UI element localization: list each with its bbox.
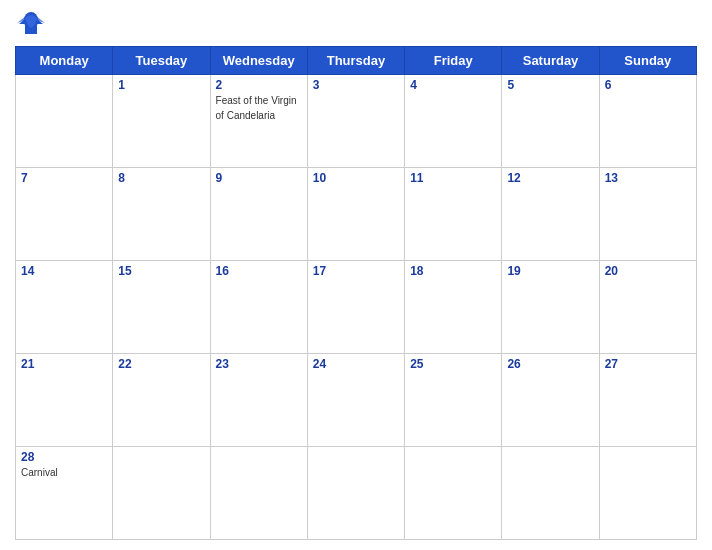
calendar-cell: 22	[113, 354, 210, 447]
calendar-cell: 21	[16, 354, 113, 447]
day-number: 21	[21, 357, 107, 371]
page-header	[15, 10, 697, 38]
calendar-cell: 28Carnival	[16, 447, 113, 540]
calendar-week: 21222324252627	[16, 354, 697, 447]
calendar-cell	[113, 447, 210, 540]
calendar-cell: 19	[502, 261, 599, 354]
day-number: 14	[21, 264, 107, 278]
day-number: 26	[507, 357, 593, 371]
calendar-cell: 13	[599, 168, 696, 261]
calendar-cell: 2Feast of the Virginof Candelaria	[210, 75, 307, 168]
calendar-cell: 9	[210, 168, 307, 261]
calendar-week: 78910111213	[16, 168, 697, 261]
calendar-cell	[502, 447, 599, 540]
calendar-cell: 4	[405, 75, 502, 168]
day-number: 10	[313, 171, 399, 185]
day-number: 13	[605, 171, 691, 185]
calendar-cell: 11	[405, 168, 502, 261]
day-number: 6	[605, 78, 691, 92]
weekday-header: Sunday	[599, 47, 696, 75]
calendar-cell: 18	[405, 261, 502, 354]
day-number: 22	[118, 357, 204, 371]
calendar-cell	[599, 447, 696, 540]
day-number: 18	[410, 264, 496, 278]
day-number: 8	[118, 171, 204, 185]
calendar-cell: 10	[307, 168, 404, 261]
day-number: 1	[118, 78, 204, 92]
calendar-cell: 6	[599, 75, 696, 168]
day-number: 25	[410, 357, 496, 371]
event-text: Carnival	[21, 466, 107, 479]
day-number: 5	[507, 78, 593, 92]
calendar-cell: 24	[307, 354, 404, 447]
weekday-header: Monday	[16, 47, 113, 75]
calendar-header: MondayTuesdayWednesdayThursdayFridaySatu…	[16, 47, 697, 75]
calendar-cell	[210, 447, 307, 540]
calendar-week: 14151617181920	[16, 261, 697, 354]
day-number: 2	[216, 78, 302, 92]
day-number: 7	[21, 171, 107, 185]
calendar-cell	[405, 447, 502, 540]
calendar-cell	[16, 75, 113, 168]
day-number: 17	[313, 264, 399, 278]
day-number: 20	[605, 264, 691, 278]
day-number: 9	[216, 171, 302, 185]
day-number: 16	[216, 264, 302, 278]
calendar-cell: 14	[16, 261, 113, 354]
weekday-header: Friday	[405, 47, 502, 75]
weekday-header: Thursday	[307, 47, 404, 75]
weekday-header: Wednesday	[210, 47, 307, 75]
calendar-cell	[307, 447, 404, 540]
calendar-cell: 7	[16, 168, 113, 261]
day-number: 4	[410, 78, 496, 92]
event-text: of Candelaria	[216, 109, 302, 122]
logo-icon	[15, 10, 47, 38]
calendar-cell: 5	[502, 75, 599, 168]
weekday-header: Tuesday	[113, 47, 210, 75]
event-text: Feast of the Virgin	[216, 94, 302, 107]
day-number: 15	[118, 264, 204, 278]
calendar-week: 28Carnival	[16, 447, 697, 540]
calendar-body: 12Feast of the Virginof Candelaria345678…	[16, 75, 697, 540]
day-number: 23	[216, 357, 302, 371]
calendar-cell: 16	[210, 261, 307, 354]
calendar-cell: 1	[113, 75, 210, 168]
calendar-week: 12Feast of the Virginof Candelaria3456	[16, 75, 697, 168]
calendar-cell: 25	[405, 354, 502, 447]
calendar-cell: 17	[307, 261, 404, 354]
day-number: 24	[313, 357, 399, 371]
calendar-cell: 8	[113, 168, 210, 261]
calendar-table: MondayTuesdayWednesdayThursdayFridaySatu…	[15, 46, 697, 540]
day-number: 3	[313, 78, 399, 92]
day-number: 27	[605, 357, 691, 371]
weekday-header: Saturday	[502, 47, 599, 75]
calendar-cell: 3	[307, 75, 404, 168]
day-number: 28	[21, 450, 107, 464]
calendar-cell: 23	[210, 354, 307, 447]
calendar-cell: 12	[502, 168, 599, 261]
calendar-cell: 27	[599, 354, 696, 447]
day-number: 11	[410, 171, 496, 185]
logo	[15, 10, 51, 38]
day-number: 19	[507, 264, 593, 278]
calendar-cell: 26	[502, 354, 599, 447]
calendar-cell: 20	[599, 261, 696, 354]
calendar-cell: 15	[113, 261, 210, 354]
day-number: 12	[507, 171, 593, 185]
